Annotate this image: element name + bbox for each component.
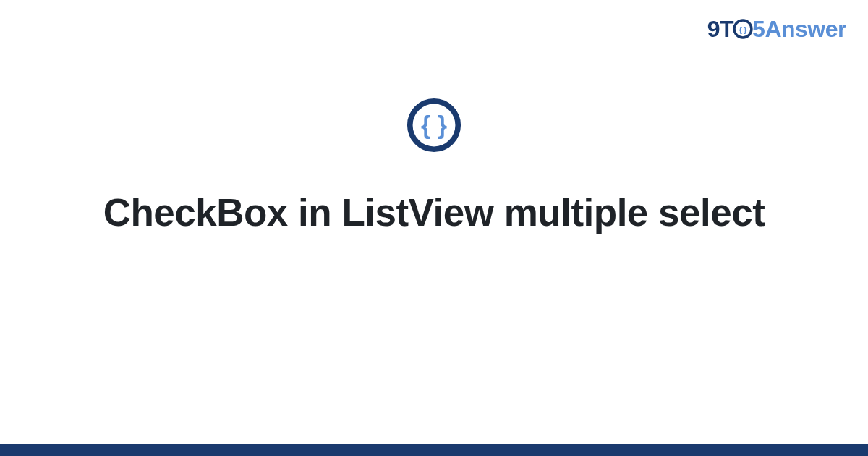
svg-text:{ }: { } [421,111,447,139]
svg-text:{ }: { } [739,25,748,34]
brand-part-5answer: 5Answer [752,16,846,42]
brand-part-9t: 9T [707,16,733,42]
brand-o-icon: { } [733,19,753,39]
page-title: CheckBox in ListView multiple select [103,189,765,237]
code-braces-icon: { } [407,98,461,153]
center-content: { } CheckBox in ListView multiple select [0,98,868,237]
footer-bar [0,444,868,456]
brand-logo: 9T{ }5Answer [707,16,846,43]
